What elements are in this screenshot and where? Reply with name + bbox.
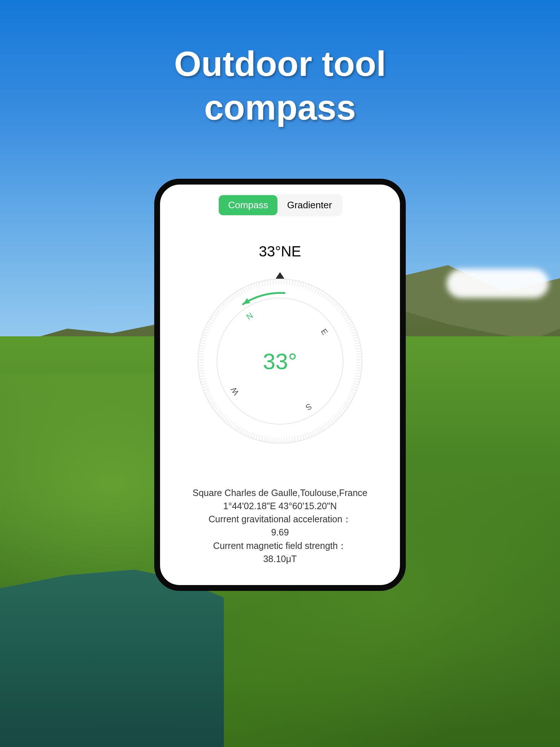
location-name: Square Charles de Gaulle,Toulouse,France [160, 486, 400, 499]
gravity-reading: Current gravitational acceleration：9.69 [160, 512, 400, 539]
magnetic-reading: Current magnetic field strength：38.10μT [160, 539, 400, 566]
phone-screen: Compass Gradienter 33°NE NESW 33° Square… [160, 185, 400, 585]
phone-mockup: Compass Gradienter 33°NE NESW 33° Square… [154, 179, 406, 591]
compass-dial[interactable]: NESW 33° [196, 277, 364, 445]
heading-readout: 33°NE [259, 243, 301, 260]
compass-center-degrees: 33° [196, 277, 364, 445]
mode-segmented-control: Compass Gradienter [218, 194, 343, 216]
tab-gradienter[interactable]: Gradienter [277, 195, 341, 215]
cloud-icon [447, 269, 549, 298]
tab-compass[interactable]: Compass [219, 195, 278, 215]
location-coordinates: 1°44'02.18"E 43°60'15.20"N [160, 499, 400, 512]
location-info-panel: Square Charles de Gaulle,Toulouse,France… [160, 486, 400, 566]
page-title: Outdoor tool compass [0, 42, 560, 129]
